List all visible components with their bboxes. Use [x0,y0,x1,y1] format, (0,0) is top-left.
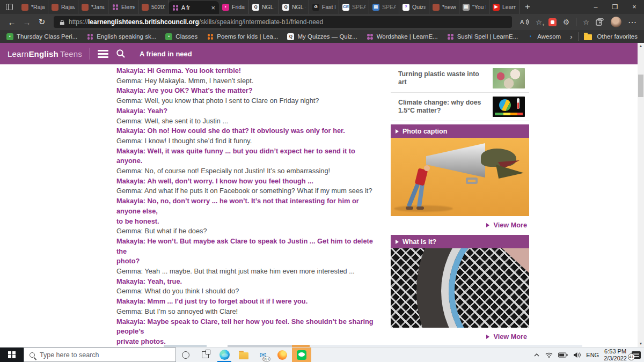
task-view-button[interactable] [195,348,215,362]
refresh-button[interactable]: ↻ [34,15,49,29]
svg-text:A: A [520,19,524,25]
browser-tab[interactable]: GFast Eng [309,0,339,14]
browser-tab[interactable]: ▶Learn E [489,0,519,14]
browser-tab[interactable]: *Rajavi [18,0,48,14]
browser-tab[interactable]: Element [108,0,138,14]
bookmark-item[interactable]: ▪Classes [165,33,197,40]
sidebar-article-link[interactable]: Climate change: why does 1.5°C matter? [391,93,529,121]
file-explorer-button[interactable] [234,348,253,362]
dialogue-line: Gemma: But what if he does? [116,226,383,237]
bookmark-item[interactable]: English speaking sk... [86,33,156,40]
photo-caption-section-header[interactable]: Photo caption [391,124,529,138]
system-tray: ENG 6:53 PM2/3/2022 41 [533,348,644,362]
menu-icon[interactable] [98,50,108,58]
bookmark-item[interactable]: Sushi Spell | LearnE... [447,33,518,40]
browser-tab[interactable]: ▤"You M [459,0,489,14]
minimize-button[interactable]: – [586,0,605,14]
browser-tab[interactable]: *newclo [429,0,459,14]
document-icon: ▤ [372,4,379,11]
dialogue-line: Gemma: Well, she sent it to Justin ... [116,116,383,127]
search-icon[interactable] [116,49,126,58]
scroll-up-arrow[interactable]: ▲ [638,43,644,49]
document-icon [52,4,58,11]
edge-taskbar-button[interactable] [215,348,234,362]
browser-tab[interactable]: QNGL - N [279,0,309,14]
bookmark-item[interactable]: Poems for kids | Lea... [207,33,278,40]
bookmark-item[interactable]: Wordshake | LearnE... [367,33,438,40]
close-button[interactable]: × [625,0,644,14]
sidebar: Turning plastic waste into artClimate ch… [391,64,529,346]
maximize-button[interactable]: ❐ [605,0,625,14]
vertical-tabs-button[interactable] [0,0,18,14]
browser-tab[interactable]: ?Quizaliz [399,0,429,14]
mail-button[interactable]: ✉99+ [253,348,273,362]
browser-tab-active[interactable]: A fr× [169,1,219,14]
browser-tab[interactable]: *Januar [78,0,108,14]
browser-titlebar: *RajaviRajavini*JanuarElement502017A fr×… [0,0,644,14]
megaphone-shape [426,143,485,178]
bookmarks-overflow-chevron[interactable]: › [570,33,572,41]
photo-caption-image[interactable] [391,138,529,216]
dialogue-line: Gemma: Yeah ... maybe. But that might ju… [116,267,383,277]
volume-icon[interactable] [573,352,581,358]
language-indicator[interactable]: ENG [586,352,599,358]
back-button[interactable]: ← [4,15,19,29]
scrollbar[interactable]: ▲ ▼ [638,43,644,347]
read-aloud-icon[interactable]: A [519,18,529,26]
site-header: LearnEnglishTeens A friend in need [0,43,638,64]
browser-tab[interactable]: QNGL - N [249,0,279,14]
taskbar-clock[interactable]: 6:53 PM2/3/2022 [604,348,627,361]
what-is-it-view-more-link[interactable]: View More [391,328,529,346]
dialogue-line: Makayla: Well, it was quite funny ... bu… [116,146,383,166]
cambridge-icon: CE [342,4,349,11]
learnenglish-games-icon [112,4,119,11]
new-tab-button[interactable]: + [519,0,536,14]
scrollbar-thumb[interactable] [638,75,643,97]
bookmark-item[interactable]: ◗Awesome Reward S... [527,33,561,40]
firefox-button[interactable] [273,348,292,362]
what-is-it-section-header[interactable]: What is it? [391,235,529,248]
quizizz-icon: Q [287,33,294,40]
extension-gear-icon[interactable]: ⚙ [563,18,570,26]
browser-tab[interactable]: CESPEAKIN [339,0,369,14]
browser-tab[interactable]: ▤SPEAKIN [369,0,399,14]
learnenglish-teens-logo[interactable]: LearnEnglishTeens [8,49,82,58]
battery-icon[interactable] [558,352,568,358]
chevron-up-icon[interactable] [533,353,540,357]
sidebar-articles: Turning plastic waste into artClimate ch… [391,64,529,121]
settings-more-icon[interactable]: ⋯ [628,17,636,27]
profile-avatar[interactable] [611,17,621,27]
extension-icon[interactable] [548,18,557,26]
taskbar-search-box[interactable]: Type here to search [24,348,176,362]
vertical-tabs-icon [6,4,13,10]
photo-caption-view-more-link[interactable]: View More [391,216,529,235]
microphone-image[interactable] [391,248,529,328]
task-view-icon [202,351,209,358]
dialogue-line: Gemma: Well, you know that photo I sent … [116,96,383,106]
add-favorite-icon[interactable]: ☆+ [536,18,542,26]
bookmark-item[interactable]: QMy Quizzes — Quiz... [287,33,357,40]
start-button[interactable] [0,348,24,362]
wifi-icon[interactable] [545,352,553,358]
forward-button[interactable]: → [19,15,34,29]
cortana-button[interactable] [176,348,195,362]
dialogue-line: Makayla: Yeah, true. [116,277,383,287]
dialogue-line: Gemma: And what if he puts it on Faceboo… [116,186,383,196]
favorites-icon[interactable]: ☆ [583,18,589,26]
sidebar-article-link[interactable]: Turning plastic waste into art [391,64,529,92]
tab-close-icon[interactable]: × [210,4,216,12]
collections-icon[interactable] [596,18,604,26]
scroll-down-arrow[interactable]: ▼ [638,341,644,346]
tab-strip: *RajaviRajavini*JanuarElement502017A fr×… [18,0,519,14]
url-field[interactable]: https://learnenglishteens.britishcouncil… [54,16,512,28]
tab-title: 502017 [151,4,165,10]
browser-tab[interactable]: Rajavini [48,0,78,14]
browser-tab[interactable]: 502017 [138,0,169,14]
notification-center-icon[interactable]: 41 [632,351,641,359]
other-favorites-button[interactable]: Other favorites [597,33,638,40]
browser-tab[interactable]: ▪Friday C [219,0,249,14]
line-app-button[interactable] [292,348,311,362]
learnenglish-games-icon [86,33,93,40]
bookmark-item[interactable]: ▪Thursday Class Peri... [6,33,77,40]
site-icon: G [312,4,319,11]
